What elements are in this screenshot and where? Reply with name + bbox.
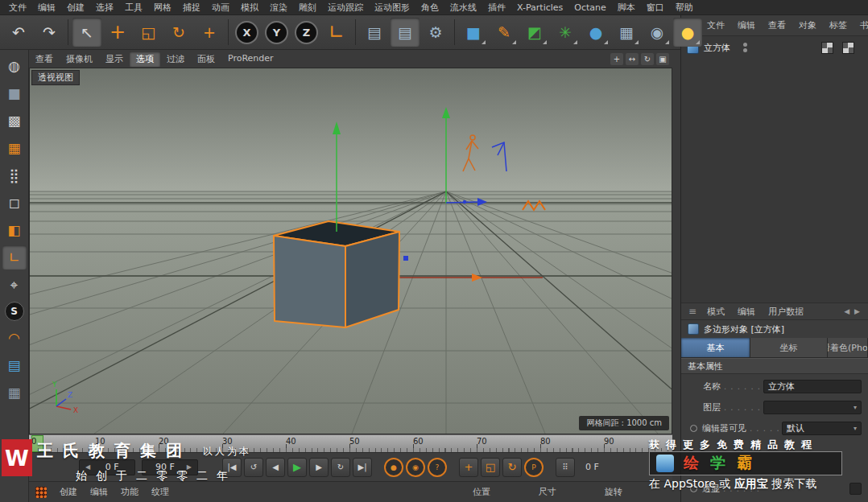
lock-x-axis-button[interactable]: X [235,21,258,44]
menubar-item[interactable]: 运动跟踪 [322,1,369,14]
record-keyframe-button[interactable]: ● [384,458,403,477]
visibility-dots-icon[interactable] [743,43,747,52]
menubar-item[interactable]: 帮助 [670,1,699,14]
viewport-menu-prorender[interactable]: ProRender [221,51,280,67]
cube-object[interactable] [274,221,399,327]
menubar-item[interactable]: 运动图形 [369,1,415,14]
menubar-item[interactable]: 文件 [3,1,32,14]
menubar-item[interactable]: 创建 [61,1,90,14]
material-menu-item[interactable]: 纹理 [145,484,176,500]
name-input[interactable]: 立方体 [763,380,862,393]
xray-checkbox[interactable] [849,483,862,495]
coordinates-header[interactable]: 旋转 [605,486,622,498]
enable-axis-button[interactable]: ∟ [2,245,27,270]
tab-basic[interactable]: 基本 [681,338,750,357]
move-tool-button[interactable]: + [103,18,132,47]
key-parameter-button[interactable]: P [524,458,544,477]
editor-visibility-select[interactable]: 默认 ▾ [782,422,862,435]
z-axis-handle[interactable] [403,256,408,261]
basic-properties-header[interactable]: 基本属性 [681,358,868,374]
floor-environment-button[interactable]: ▦ [612,18,641,47]
material-manager-icon[interactable] [35,487,47,498]
coordinates-header[interactable]: 尺寸 [539,486,556,498]
make-editable-button[interactable]: ◍ [2,54,27,78]
viewport-menu-panel[interactable]: 面板 [191,51,221,67]
keyframe-selection-button[interactable]: ? [428,458,447,477]
menubar-item[interactable]: 插件 [482,1,511,14]
mograph-cloner-button[interactable]: ✳ [551,18,580,47]
cube-left-face[interactable] [274,236,345,327]
snap-settings-button[interactable]: S [5,302,24,321]
workplane-mode-button[interactable]: ▦ [2,136,27,160]
end-frame-input[interactable]: 90 F ▶ [142,459,198,475]
object-manager-tree[interactable]: 立方体 [681,36,868,303]
coordinate-system-button[interactable]: ∟ [322,18,351,47]
history-back-icon[interactable]: ◀ [844,307,849,315]
menubar-item[interactable]: Octane [568,2,612,14]
menubar-item[interactable]: 工具 [119,1,148,14]
edges-mode-button[interactable]: ◻ [2,191,27,215]
increment-icon[interactable]: ▶ [184,463,194,471]
layer-select[interactable]: ▾ [763,401,862,414]
next-frame-button[interactable]: ▶ [309,458,329,477]
toggle-view-icon[interactable]: ▣ [656,53,669,65]
pen-spline-button[interactable]: ✎ [490,18,519,47]
menubar-item[interactable]: 角色 [415,1,444,14]
perspective-viewport[interactable]: 透视视图 网格间距 : 1000 cm [29,68,672,434]
menubar-item[interactable]: 捕捉 [177,1,206,14]
rotate-tool-button[interactable]: ↻ [164,18,193,47]
viewport-3d-scene[interactable]: Y X Z [30,68,672,434]
viewport-menu-options[interactable]: 选项 [130,51,160,67]
menubar-item[interactable]: 雕刻 [293,1,322,14]
separator[interactable] [454,19,455,45]
view-label-chip[interactable]: 透视视图 [31,70,80,85]
loop-mode-button[interactable]: ↻ [331,458,350,477]
timeline-ruler[interactable]: 0102030405060708090 [29,434,672,452]
viewport-menu-display[interactable]: 显示 [99,51,130,67]
start-frame-input[interactable]: ◀ 0 F [79,459,135,475]
tab-phong[interactable]: 平滑着色(Phong) [828,338,868,357]
menubar-item[interactable]: 动画 [206,1,235,14]
play-forward-button[interactable]: ▶ [287,458,307,477]
separator[interactable] [68,19,68,45]
viewport-menu-camera[interactable]: 摄像机 [60,51,99,67]
subdivision-surface-button[interactable]: ◩ [520,18,549,47]
viewport-menu-filter[interactable]: 过滤 [160,51,191,67]
menubar-item[interactable]: 窗口 [641,1,670,14]
volume-builder-button[interactable]: ● [581,18,610,47]
live-selection-tool-button[interactable]: ↖ [72,18,101,47]
coordinates-header[interactable]: 位置 [473,486,490,498]
menubar-item[interactable]: 选择 [90,1,119,14]
timeline-layout-button[interactable]: ⠿ [556,458,575,477]
menubar-item[interactable]: 模拟 [235,1,264,14]
attribute-panel-menu-icon[interactable]: ≡ [684,306,701,317]
decrement-icon[interactable]: ◀ [83,463,93,471]
object-manager-menu-item[interactable]: 对象 [792,18,823,33]
previous-frame-button[interactable]: ◀ [266,458,285,477]
separator[interactable] [228,19,229,45]
go-to-end-button[interactable]: ▶| [353,458,372,477]
polygons-mode-button[interactable]: ◧ [2,218,27,242]
tweak-mode-button[interactable]: ▤ [2,353,27,377]
menubar-item[interactable]: 流水线 [444,1,482,14]
light-button[interactable]: ● [673,18,702,47]
parameter-circle-icon[interactable] [690,485,697,492]
key-scale-button[interactable]: ◱ [481,458,500,477]
render-picture-viewer-button[interactable]: ▤ [391,18,420,47]
go-to-start-button[interactable]: |◀ [222,458,242,477]
render-view-button[interactable]: ▤ [360,18,389,47]
key-position-button[interactable]: + [459,458,478,477]
material-menu-item[interactable]: 功能 [114,484,145,500]
model-mode-button[interactable]: ■ [2,81,27,105]
last-used-tool-button[interactable]: + [195,18,224,47]
menubar-item[interactable]: 渲染 [264,1,293,14]
undo-button[interactable]: ↶ [4,18,33,47]
material-menu-item[interactable]: 编辑 [84,484,114,500]
object-manager-menu-item[interactable]: 标签 [823,18,854,33]
viewport-menu-view[interactable]: 查看 [29,51,60,67]
parameter-circle-icon[interactable] [690,425,697,432]
separator[interactable] [355,19,356,45]
object-row-cube[interactable]: 立方体 [681,39,868,56]
rotate-view-icon[interactable]: ↻ [641,53,654,65]
key-rotation-button[interactable]: ↻ [502,458,522,477]
